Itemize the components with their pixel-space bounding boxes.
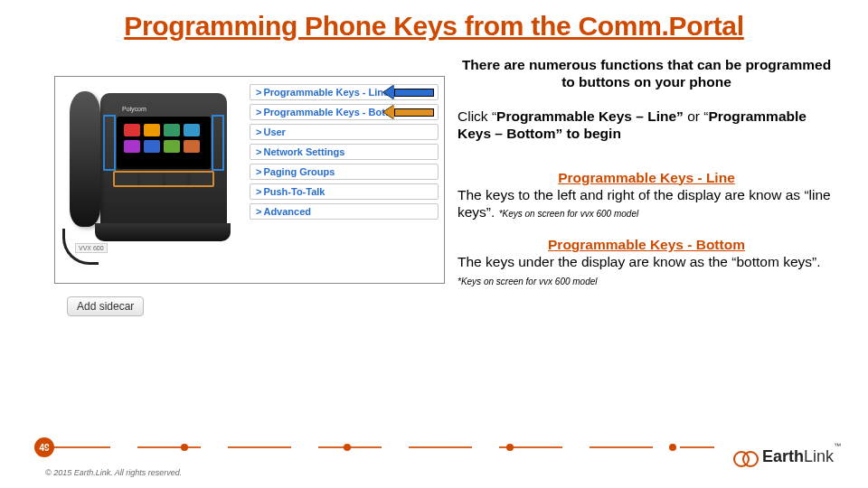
footer-dot <box>669 444 676 451</box>
phone-screen <box>117 117 211 169</box>
menu-item-user[interactable]: >User <box>250 124 439 140</box>
menu-item-push-to-talk[interactable]: >Push-To-Talk <box>250 183 439 200</box>
footer: 49 © 2015 Earth.Link. All rights reserve… <box>0 436 868 488</box>
menu-item-prog-keys-bottom[interactable]: >Programmable Keys - Bottom <box>250 104 439 120</box>
footer-dot <box>181 444 188 451</box>
phone-base <box>95 223 231 241</box>
phone-model-label: VVX 600 <box>75 243 108 253</box>
bottom-keys-highlight <box>113 171 214 187</box>
callout-arrow-blue <box>383 85 434 99</box>
commportal-screenshot: Polycom VVX 600 >Programmable Keys - Lin… <box>54 76 445 284</box>
callout-arrow-orange <box>383 105 434 119</box>
screenshot-panel: Polycom VVX 600 >Programmable Keys - Lin… <box>18 49 452 316</box>
footer-dot <box>344 444 351 451</box>
section-heading-line: Programmable Keys - Line <box>452 170 841 186</box>
menu-item-prog-keys-line[interactable]: >Programmable Keys - Line <box>250 84 439 100</box>
line-keys-highlight-left <box>103 115 116 171</box>
fineprint-line: *Keys on screen for vvx 600 model <box>499 209 639 219</box>
copyright-text: © 2015 Earth.Link. All rights reserved. <box>45 468 182 477</box>
fineprint-bottom: *Keys on screen for vvx 600 model <box>458 277 598 286</box>
portal-menu: >Programmable Keys - Line >Programmable … <box>250 84 439 223</box>
logo-mark-icon <box>733 449 757 465</box>
menu-item-advanced[interactable]: >Advanced <box>250 203 439 220</box>
handset <box>70 91 100 227</box>
section-body-line: The keys to the left and right of the di… <box>452 186 841 238</box>
add-sidecar-button[interactable]: Add sidecar <box>67 296 144 316</box>
menu-item-network-settings[interactable]: >Network Settings <box>250 144 439 160</box>
instructions-panel: There are numerous functions that can be… <box>452 49 841 316</box>
footer-divider <box>47 446 714 448</box>
phone-illustration: Polycom VVX 600 <box>64 86 236 276</box>
earthlink-logo: EarthLink™ <box>733 447 841 466</box>
click-instruction: Click “Programmable Keys – Line” or “Pro… <box>452 108 841 170</box>
section-body-bottom: The keys under the display are know as t… <box>452 253 841 305</box>
intro-text: There are numerous functions that can be… <box>452 56 841 108</box>
section-heading-bottom: Programmable Keys - Bottom <box>452 237 841 253</box>
menu-item-paging-groups[interactable]: >Paging Groups <box>250 164 439 180</box>
phone-brand-label: Polycom <box>122 106 146 112</box>
footer-dot <box>506 444 514 451</box>
line-keys-highlight-right <box>212 115 224 171</box>
slide-title: Programming Phone Keys from the Comm.Por… <box>0 0 868 49</box>
